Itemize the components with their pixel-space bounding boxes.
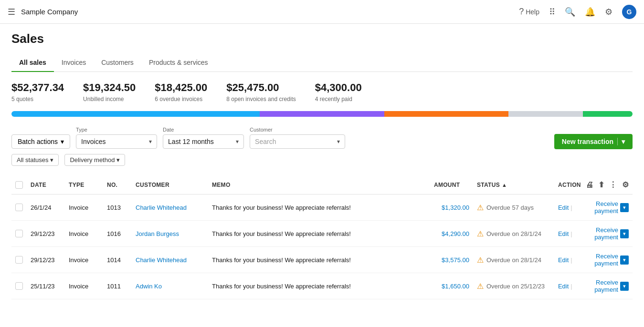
select-all-checkbox[interactable] bbox=[15, 181, 23, 189]
sort-asc-icon: ▲ bbox=[502, 182, 507, 188]
new-transaction-label: New transaction bbox=[562, 138, 613, 145]
customer-link[interactable]: Charlie Whitehead bbox=[136, 256, 187, 264]
search-icon[interactable]: 🔍 bbox=[565, 7, 575, 17]
progress-paid bbox=[583, 111, 633, 117]
tab-products-services[interactable]: Products & services bbox=[141, 54, 216, 72]
amount-link[interactable]: $4,290.00 bbox=[442, 230, 469, 237]
amount-link[interactable]: $3,575.00 bbox=[442, 256, 469, 264]
row-amount[interactable]: $1,650.00 bbox=[430, 273, 473, 299]
date-select[interactable]: Last 12 months ▾ bbox=[163, 134, 244, 149]
customer-label: Customer bbox=[250, 127, 345, 133]
batch-chevron-icon: ▾ bbox=[61, 138, 64, 145]
settings-icon[interactable]: ⚙ bbox=[605, 7, 612, 17]
table-row: 29/12/23 Invoice 1014 Charlie Whitehead … bbox=[11, 247, 633, 273]
row-type: Invoice bbox=[65, 273, 103, 299]
table-row: 29/12/23 Invoice 1016 Jordan Burgess Tha… bbox=[11, 221, 633, 247]
receive-payment-link[interactable]: Receive payment bbox=[574, 253, 618, 267]
row-memo: Thanks for your business! We appreciate … bbox=[208, 247, 430, 273]
customer-search[interactable]: Search ▾ bbox=[250, 134, 345, 149]
row-action-cell: Edit | Receive payment ▾ bbox=[554, 247, 633, 273]
filters-row: Batch actions ▾ Type Invoices ▾ Date Las… bbox=[11, 126, 633, 149]
customer-link[interactable]: Adwin Ko bbox=[136, 283, 162, 290]
more-options-icon[interactable]: ⋮ bbox=[609, 180, 617, 189]
action-dropdown-button[interactable]: ▾ bbox=[620, 255, 629, 265]
stat-paid-amount: $4,300.00 bbox=[315, 82, 362, 94]
tab-customers[interactable]: Customers bbox=[94, 54, 141, 72]
apps-icon[interactable]: ⠿ bbox=[549, 7, 555, 17]
help-button[interactable]: ? Help bbox=[519, 7, 539, 17]
receive-payment-link[interactable]: Receive payment bbox=[574, 226, 618, 241]
edit-link[interactable]: Edit bbox=[558, 256, 569, 264]
row-customer[interactable]: Charlie Whitehead bbox=[132, 247, 208, 273]
row-checkbox-cell bbox=[11, 194, 27, 221]
notifications-icon[interactable]: 🔔 bbox=[585, 7, 595, 17]
table-settings-icon[interactable]: ⚙ bbox=[622, 180, 629, 189]
row-checkbox-1[interactable] bbox=[15, 230, 23, 237]
th-status[interactable]: STATUS ▲ bbox=[473, 175, 554, 194]
stats-bar: $52,377.34 5 quotes $19,324.50 Unbilled … bbox=[11, 72, 633, 106]
action-dropdown-button[interactable]: ▾ bbox=[620, 282, 629, 291]
customer-filter-group: Customer Search ▾ bbox=[250, 127, 345, 149]
row-action-cell: Edit | Receive payment ▾ bbox=[554, 273, 633, 299]
row-customer[interactable]: Charlie Whitehead bbox=[132, 194, 208, 221]
th-status-label: STATUS bbox=[477, 182, 500, 188]
row-no: 1011 bbox=[103, 273, 132, 299]
button-divider bbox=[617, 138, 618, 145]
edit-link[interactable]: Edit bbox=[558, 230, 569, 237]
row-checkbox-2[interactable] bbox=[15, 256, 23, 264]
stat-paid: $4,300.00 4 recently paid bbox=[315, 82, 362, 102]
upload-icon[interactable]: ⬆ bbox=[598, 180, 604, 189]
table-row: 26/1/24 Invoice 1013 Charlie Whitehead T… bbox=[11, 194, 633, 221]
action-dropdown-button[interactable]: ▾ bbox=[620, 203, 629, 212]
batch-actions-button[interactable]: Batch actions ▾ bbox=[11, 134, 70, 149]
stat-open: $25,475.00 8 open invoices and credits bbox=[226, 82, 296, 102]
type-filter-group: Type Invoices ▾ bbox=[76, 127, 157, 149]
receive-payment-link[interactable]: Receive payment bbox=[574, 200, 618, 215]
row-customer[interactable]: Adwin Ko bbox=[132, 273, 208, 299]
company-name: Sample Company bbox=[21, 8, 78, 16]
delivery-method-filter[interactable]: Delivery method ▾ bbox=[64, 154, 125, 166]
type-select[interactable]: Invoices ▾ bbox=[76, 134, 157, 149]
date-value: Last 12 months bbox=[168, 138, 214, 145]
date-chevron-icon: ▾ bbox=[236, 138, 239, 145]
delivery-method-label: Delivery method bbox=[70, 156, 115, 164]
progress-unbilled bbox=[260, 111, 384, 117]
th-memo: MEMO bbox=[208, 175, 430, 194]
page-title: Sales bbox=[11, 31, 633, 46]
row-date: 29/12/23 bbox=[27, 247, 65, 273]
row-customer[interactable]: Jordan Burgess bbox=[132, 221, 208, 247]
edit-link[interactable]: Edit bbox=[558, 283, 569, 290]
stat-quotes-label: 5 quotes bbox=[11, 96, 64, 102]
row-amount[interactable]: $1,320.00 bbox=[430, 194, 473, 221]
nav-right: ? Help ⠿ 🔍 🔔 ⚙ G bbox=[519, 5, 636, 19]
print-icon[interactable]: 🖨 bbox=[586, 181, 593, 189]
row-action-cell: Edit | Receive payment ▾ bbox=[554, 221, 633, 247]
row-checkbox-0[interactable] bbox=[15, 204, 23, 211]
progress-bar bbox=[11, 111, 633, 117]
amount-link[interactable]: $1,650.00 bbox=[442, 283, 469, 290]
amount-link[interactable]: $1,320.00 bbox=[442, 204, 469, 211]
receive-payment-link[interactable]: Receive payment bbox=[574, 279, 618, 293]
date-filter-group: Date Last 12 months ▾ bbox=[163, 127, 244, 149]
row-amount[interactable]: $3,575.00 bbox=[430, 247, 473, 273]
row-checkbox-3[interactable] bbox=[15, 282, 23, 290]
stat-open-label: 8 open invoices and credits bbox=[226, 96, 296, 102]
type-chevron-icon: ▾ bbox=[149, 138, 152, 145]
menu-icon[interactable]: ☰ bbox=[8, 7, 15, 17]
delivery-method-chevron-icon: ▾ bbox=[116, 156, 120, 164]
th-date: DATE bbox=[27, 175, 65, 194]
edit-link[interactable]: Edit bbox=[558, 204, 569, 211]
tab-all-sales[interactable]: All sales bbox=[11, 54, 54, 72]
secondary-filters: All statuses ▾ Delivery method ▾ bbox=[11, 154, 633, 166]
avatar[interactable]: G bbox=[622, 5, 636, 19]
row-checkbox-cell bbox=[11, 221, 27, 247]
stat-open-amount: $25,475.00 bbox=[226, 82, 296, 94]
all-statuses-filter[interactable]: All statuses ▾ bbox=[11, 154, 59, 166]
tab-invoices[interactable]: Invoices bbox=[54, 54, 94, 72]
customer-link[interactable]: Jordan Burgess bbox=[136, 230, 179, 237]
row-amount[interactable]: $4,290.00 bbox=[430, 221, 473, 247]
new-transaction-button[interactable]: New transaction ▾ bbox=[554, 134, 633, 149]
action-dropdown-button[interactable]: ▾ bbox=[620, 229, 629, 238]
customer-link[interactable]: Charlie Whitehead bbox=[136, 204, 187, 211]
row-memo: Thanks for your business! We appreciate … bbox=[208, 273, 430, 299]
